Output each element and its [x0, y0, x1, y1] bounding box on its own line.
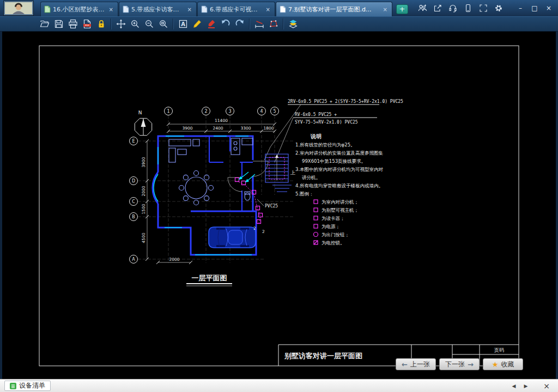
page-previous-icon[interactable]: ◀ — [509, 381, 519, 391]
tab-document-4-active[interactable]: 7.别墅访客对讲一层平面图.d... × — [276, 2, 392, 16]
svg-text:说明: 说明 — [310, 133, 322, 139]
cad-drawing: 1 2 3 4 5 E D C B A N — [2, 32, 556, 379]
page-next-icon[interactable]: ▶ — [521, 381, 531, 391]
device-list-icon — [10, 383, 16, 389]
maximize-button[interactable]: □ — [527, 2, 542, 14]
svg-text:4.所有电缆均穿管暗敷设于楼板内或墙内。: 4.所有电缆均穿管暗敷设于楼板内或墙内。 — [295, 183, 383, 188]
export-pdf-button[interactable]: PDF — [81, 17, 94, 30]
mobile-icon[interactable] — [463, 3, 473, 13]
svg-text:为电控锁。: 为电控锁。 — [322, 240, 345, 246]
zoom-out-icon — [144, 19, 154, 29]
new-tab-button[interactable]: + — [396, 4, 408, 14]
document-icon — [201, 5, 208, 13]
service-headset-icon[interactable] — [448, 3, 458, 13]
toolbar: PDF A — [0, 16, 558, 32]
layers-button[interactable] — [287, 17, 300, 30]
svg-text:为读卡器；: 为读卡器； — [322, 216, 345, 221]
print-button[interactable] — [66, 17, 80, 30]
zoom-out-button[interactable] — [143, 17, 156, 30]
axis-bubbles-top: 1 2 3 4 5 — [165, 107, 279, 115]
print-icon — [68, 19, 78, 29]
app-window: 16.小区别墅抄表、... × 5.带感应卡访客对讲... × 6.带感应卡可视… — [0, 0, 558, 392]
intercom-devices: 2 2 — [235, 178, 265, 235]
pan-button[interactable] — [114, 17, 128, 30]
pvc-label: PVC25 — [257, 199, 278, 209]
page-label: 页码 — [494, 347, 504, 353]
previous-label: 上一张 — [410, 360, 430, 369]
tab-label: 5.带感应卡访客对讲... — [131, 5, 184, 14]
svg-text:2400: 2400 — [213, 126, 223, 131]
staircase: 上 — [265, 154, 295, 192]
lock-button[interactable] — [95, 17, 108, 30]
tab-close-icon[interactable]: × — [382, 7, 389, 13]
pan-icon — [116, 19, 126, 29]
dimension-bottom: 2000 — [156, 257, 192, 264]
svg-text:PVC25: PVC25 — [265, 204, 278, 209]
svg-text:2: 2 — [204, 109, 207, 114]
zoom-in-button[interactable] — [129, 17, 142, 30]
previous-drawing-button[interactable]: ← 上一张 — [396, 358, 436, 370]
svg-text:4: 4 — [260, 109, 263, 114]
undo-button[interactable] — [219, 17, 232, 30]
svg-text:为出门按钮；: 为出门按钮； — [322, 232, 349, 237]
star-icon: ★ — [492, 360, 499, 369]
user-avatar-image — [5, 2, 32, 14]
share-icon[interactable] — [433, 3, 442, 13]
svg-text:11400: 11400 — [215, 118, 228, 123]
svg-text:RV-6x0.5 PVC25 +: RV-6x0.5 PVC25 + — [295, 112, 337, 117]
minimize-button[interactable]: – — [513, 2, 527, 14]
add-user-icon[interactable] — [417, 3, 427, 13]
measure-area-button[interactable] — [267, 17, 280, 30]
panel-close-icon[interactable]: × — [542, 382, 551, 390]
next-drawing-button[interactable]: 下一张 → — [439, 358, 480, 370]
titlebar-right-icons: – □ × — [417, 2, 558, 14]
drawing-frame — [39, 46, 519, 366]
svg-text:2000: 2000 — [141, 186, 146, 196]
measure-length-icon — [254, 19, 264, 29]
zoom-extents-icon — [159, 19, 168, 29]
text-annotate-button[interactable]: A — [177, 17, 190, 30]
save-button[interactable] — [52, 17, 65, 30]
marker-annotate-button[interactable] — [205, 17, 218, 30]
measure-length-button[interactable] — [253, 17, 266, 30]
tab-document-1[interactable]: 16.小区别墅抄表、... × — [40, 2, 118, 16]
user-avatar[interactable] — [4, 1, 33, 15]
favorite-label: 收藏 — [501, 360, 514, 369]
svg-text:一层平面图: 一层平面图 — [192, 274, 227, 282]
status-bar: 设备清单 ◀ ▶ × — [0, 379, 558, 392]
furniture — [169, 138, 253, 205]
tab-close-icon[interactable]: × — [186, 7, 193, 13]
save-icon — [54, 19, 64, 29]
close-button[interactable]: × — [542, 2, 556, 14]
pencil-annotate-button[interactable] — [191, 17, 204, 30]
document-icon — [44, 5, 51, 13]
fullscreen-icon[interactable] — [478, 3, 488, 13]
document-icon — [280, 5, 286, 13]
zoom-in-icon — [130, 19, 140, 29]
zoom-extents-button[interactable] — [157, 17, 170, 30]
settings-gear-icon[interactable] — [494, 3, 504, 13]
favorite-button[interactable]: ★ 收藏 — [483, 358, 523, 370]
toolbar-separator — [173, 19, 174, 29]
svg-text:D: D — [132, 179, 135, 183]
tab-document-2[interactable]: 5.带感应卡访客对讲... × — [119, 2, 197, 16]
open-file-button[interactable] — [38, 17, 51, 30]
tab-close-icon[interactable]: × — [265, 7, 271, 13]
svg-text:N: N — [138, 110, 142, 115]
drawing-canvas[interactable]: 1 2 3 4 5 E D C B A N — [2, 32, 556, 379]
svg-text:5: 5 — [273, 109, 276, 114]
tab-document-3[interactable]: 6.带感应卡可视访客... × — [197, 2, 275, 16]
window-controls: – □ × — [513, 2, 556, 14]
redo-button[interactable] — [233, 17, 246, 30]
title-block-title: 别墅访客对讲一层平面图 — [284, 352, 362, 360]
left-arrow-icon: ← — [402, 360, 408, 369]
undo-icon — [221, 19, 231, 29]
device-list-button[interactable]: 设备清单 — [4, 381, 51, 391]
measure-area-icon — [269, 19, 278, 29]
svg-text:3: 3 — [228, 109, 231, 114]
next-label: 下一张 — [445, 360, 465, 369]
title-bar: 16.小区别墅抄表、... × 5.带感应卡访客对讲... × 6.带感应卡可视… — [0, 0, 558, 16]
text-tool-icon: A — [178, 19, 188, 29]
svg-text:99X601中第153页接线要求。: 99X601中第153页接线要求。 — [302, 158, 366, 164]
tab-close-icon[interactable]: × — [108, 7, 114, 13]
